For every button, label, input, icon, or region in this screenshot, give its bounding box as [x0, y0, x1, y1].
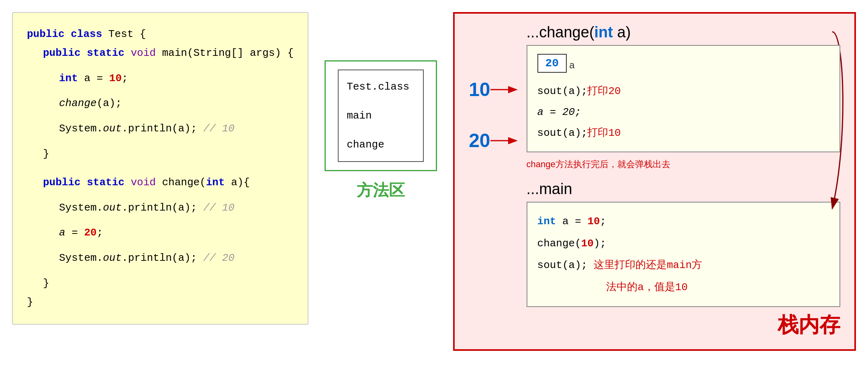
number-20-label: 20 — [469, 127, 490, 154]
int-keyword: int — [594, 24, 613, 41]
method-area-item: Test.class — [347, 76, 415, 97]
method-area-box: Test.class main change — [325, 60, 437, 171]
code-line: } — [27, 293, 294, 312]
code-line: a = 20; — [59, 223, 294, 242]
arrow-20 — [490, 133, 523, 148]
arrow-10 — [490, 82, 523, 97]
change-sout-1: sout(a);打印20 — [537, 81, 829, 102]
method-area-inner: Test.class main change — [338, 70, 424, 162]
method-area-label: 方法区 — [357, 179, 405, 201]
stack-panel: 10 20 — [453, 12, 856, 351]
var-a-label: a — [569, 59, 574, 71]
number-10-label: 10 — [469, 76, 490, 103]
method-area-section: Test.class main change 方法区 — [325, 60, 437, 201]
code-line: public static void main(String[] args) { — [43, 44, 294, 63]
code-line: System.out.println(a); // 10 — [59, 199, 294, 217]
change-sout-2: sout(a);打印10 — [537, 123, 829, 143]
code-line: int a = 10; — [59, 69, 294, 88]
change-frame-header: ...change(int a) — [527, 24, 840, 41]
main-line-3: sout(a); 这里打印的还是main方 法中的a，值是10 — [537, 254, 829, 298]
main-line-2: change(10); — [537, 233, 829, 255]
change-comment-2: 打印10 — [587, 127, 621, 139]
change-assign: a = 20; — [537, 102, 829, 123]
code-line: } — [43, 145, 294, 164]
code-panel: public class Test { public static void m… — [12, 12, 308, 325]
stack-title: 栈内存 — [469, 311, 840, 339]
code-line: change(a); — [59, 94, 294, 113]
change-comment-1: 打印20 — [587, 85, 621, 97]
method-area-item: change — [347, 134, 415, 155]
var-box-20: 20 — [537, 54, 567, 73]
method-area-item: main — [347, 105, 415, 126]
code-line: System.out.println(a); // 10 — [59, 119, 294, 138]
code-line: public class Test { — [27, 25, 294, 44]
change-frame: 20 a sout(a);打印20 a = 20; sout(a);打印10 — [527, 45, 840, 152]
code-line: } — [43, 274, 294, 293]
main-comment: 这里打印的还是main方 法中的a，值是10 — [537, 259, 703, 293]
code-line: public static void change(int a){ — [43, 173, 294, 192]
code-line: System.out.println(a); // 20 — [59, 249, 294, 268]
